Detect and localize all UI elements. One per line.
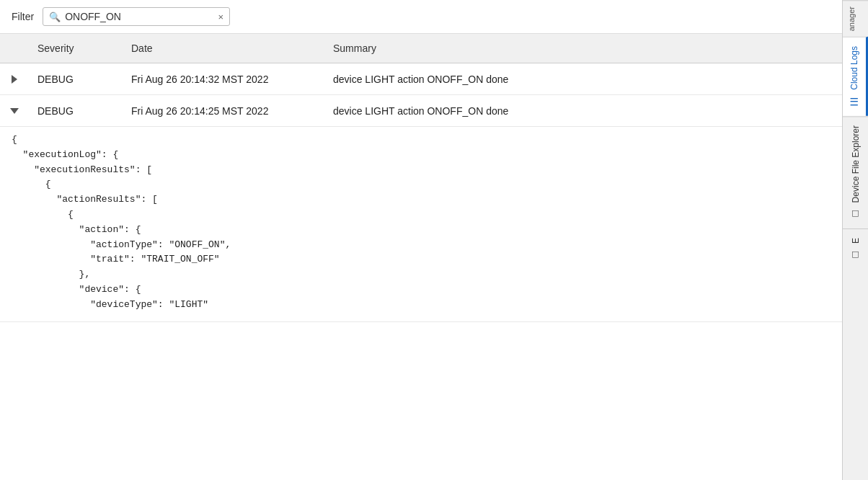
cloud-logs-icon: ☰ (849, 96, 860, 107)
cell-summary-1: device LIGHT action ONOFF_ON done (324, 68, 842, 91)
header-summary: Summary (324, 40, 842, 57)
search-icon: 🔍 (49, 12, 61, 22)
filter-input-wrapper: 🔍 × (43, 7, 230, 26)
sidebar-tab-device-file-explorer[interactable]: □ Device File Explorer (843, 116, 868, 228)
cell-date-1: Fri Aug 26 20:14:32 MST 2022 (123, 68, 324, 91)
header-expand (0, 40, 29, 57)
filter-input[interactable] (65, 11, 213, 22)
sidebar-tab-extra[interactable]: □ E (843, 228, 868, 270)
main-content: Filter 🔍 × Severity Date Summary DEBUG F… (0, 0, 842, 480)
header-severity: Severity (29, 40, 123, 57)
sidebar-tab-extra-label: E (851, 238, 861, 244)
filter-label: Filter (12, 11, 34, 22)
header-date: Date (123, 40, 324, 57)
cell-severity-1: DEBUG (29, 68, 123, 91)
cell-date-2: Fri Aug 26 20:14:25 MST 2022 (123, 99, 324, 123)
extra-tab-icon: □ (850, 249, 862, 261)
right-sidebar: anager ☰ Cloud Logs □ Device File Explor… (842, 0, 868, 480)
device-file-explorer-icon: □ (850, 208, 862, 220)
sidebar-tab-device-file-explorer-label: Device File Explorer (851, 125, 861, 203)
cell-severity-2: DEBUG (29, 99, 123, 123)
table-row: DEBUG Fri Aug 26 20:14:25 MST 2022 devic… (0, 95, 842, 127)
cell-summary-2: device LIGHT action ONOFF_ON done (324, 99, 842, 123)
row-toggle-2[interactable] (0, 105, 29, 117)
filter-bar: Filter 🔍 × (0, 0, 842, 34)
expanded-json-content: { "executionLog": { "executionResults": … (0, 127, 842, 322)
sidebar-manager-label: anager (843, 0, 868, 37)
filter-clear-button[interactable]: × (218, 12, 224, 22)
sidebar-tab-cloud-logs[interactable]: ☰ Cloud Logs (843, 37, 868, 116)
table-header: Severity Date Summary (0, 34, 842, 63)
row-toggle-1[interactable] (0, 72, 29, 86)
sidebar-tab-cloud-logs-label: Cloud Logs (849, 46, 859, 90)
table-row: DEBUG Fri Aug 26 20:14:32 MST 2022 devic… (0, 63, 842, 95)
